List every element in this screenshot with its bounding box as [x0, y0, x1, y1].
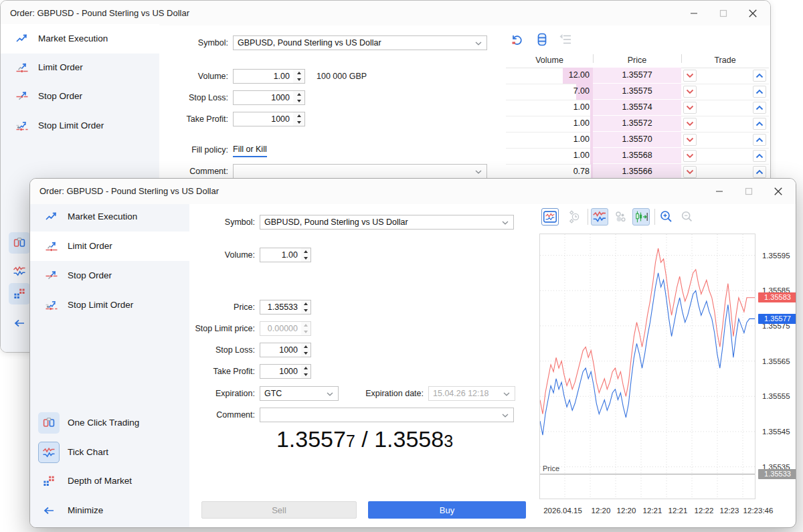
- dom-row: 1.001.35568: [506, 148, 769, 165]
- expiration-label: Expiration:: [155, 386, 255, 401]
- fill-policy-select[interactable]: Fill or Kill: [233, 143, 267, 157]
- volume-input[interactable]: 1.00: [233, 69, 294, 84]
- sidebar-item-minimize[interactable]: Minimize: [30, 496, 189, 525]
- x-axis-tick-label: 12:23:46: [743, 506, 774, 515]
- dom-buy-button[interactable]: [753, 150, 766, 162]
- dom-sell-button[interactable]: [683, 166, 697, 178]
- stop-loss-stepper[interactable]: [293, 90, 305, 105]
- zoom-in-icon[interactable]: [658, 209, 675, 225]
- take-profit-input[interactable]: 1000: [233, 112, 294, 126]
- dom-buy-button[interactable]: [753, 118, 766, 130]
- dom-buy-button[interactable]: [753, 166, 766, 178]
- chevron-down-icon: [475, 41, 482, 46]
- stop-loss-input[interactable]: 1000: [233, 90, 294, 105]
- stop-loss-stepper[interactable]: [301, 343, 311, 357]
- chevron-up-icon: [755, 137, 764, 143]
- tick-chart-icon[interactable]: [9, 260, 30, 282]
- sidebar-item-market-execution[interactable]: Market Execution: [1, 24, 159, 54]
- dom-sell-button[interactable]: [683, 70, 697, 82]
- sidebar-item-stop-limit-order[interactable]: Stop Limit Order: [1, 111, 159, 141]
- history-list-icon[interactable]: [557, 31, 573, 48]
- stop-limit-order-icon: [45, 298, 58, 312]
- sidebar-item-label: Market Execution: [68, 202, 137, 232]
- symbol-value: GBPUSD, Pound Sterling vs US Dollar: [238, 38, 381, 48]
- dom-sell-button[interactable]: [683, 150, 697, 162]
- volume-label: Volume:: [151, 69, 228, 84]
- dom-volume-cell: 1.00: [506, 100, 590, 115]
- volume-stepper[interactable]: [301, 248, 311, 262]
- dom-sell-button[interactable]: [683, 102, 697, 114]
- dom-table-header: Volume Price Trade: [506, 54, 769, 68]
- buy-button[interactable]: Buy: [368, 501, 526, 519]
- dom-buy-button[interactable]: [753, 102, 766, 114]
- volume-input[interactable]: 1.00: [260, 248, 302, 262]
- sidebar-item-label: Stop Limit Order: [38, 111, 104, 141]
- y-axis-tick-label: 1.35545: [762, 427, 796, 436]
- dom-price-cell: 1.35572: [593, 116, 681, 131]
- sidebar-item-depth-of-market[interactable]: Depth of Market: [30, 466, 189, 496]
- dom-row: 1.001.35572: [506, 116, 769, 132]
- titlebar[interactable]: Order: GBPUSD - Pound Sterling vs US Dol…: [1, 1, 770, 25]
- symbol-select[interactable]: GBPUSD, Pound Sterling vs US Dollar: [233, 35, 487, 50]
- bid-price: 1.3557: [276, 426, 346, 452]
- stop-limit-price-stepper: [301, 321, 311, 336]
- depth-of-market-icon[interactable]: [9, 283, 30, 304]
- chevron-down-icon: [686, 105, 694, 110]
- chart-window-icon[interactable]: [541, 208, 559, 226]
- market-execution-icon: [45, 210, 58, 224]
- one-click-trading-icon[interactable]: [9, 232, 30, 254]
- maximize-button[interactable]: [734, 179, 764, 204]
- close-button[interactable]: [738, 1, 768, 25]
- dom-sell-button[interactable]: [683, 118, 697, 130]
- auto-trading-icon[interactable]: [509, 31, 525, 48]
- chevron-up-icon: [755, 169, 764, 175]
- y-axis-tick-label: 1.35565: [762, 357, 796, 366]
- market-depth-circles-icon[interactable]: [613, 209, 628, 224]
- take-profit-stepper[interactable]: [301, 364, 311, 379]
- price-input[interactable]: 1.35533: [260, 300, 302, 315]
- sidebar-item-stop-order[interactable]: Stop Order: [30, 261, 189, 290]
- sidebar-item-stop-order[interactable]: Stop Order: [1, 82, 159, 111]
- bid-price-badge: 1.35577: [758, 314, 796, 324]
- window-close-icon: [748, 9, 757, 18]
- titlebar[interactable]: Order: GBPUSD - Pound Sterling vs US Dol…: [30, 179, 796, 204]
- take-profit-label: Take Profit:: [155, 364, 255, 379]
- comment-input[interactable]: [260, 408, 514, 422]
- minimize-button[interactable]: [705, 179, 734, 204]
- zoom-out-icon[interactable]: [680, 209, 695, 224]
- tick-chart-plot[interactable]: Price: [539, 234, 755, 499]
- sidebar-item-limit-order[interactable]: Limit Order: [1, 53, 159, 82]
- symbol-select[interactable]: GBPUSD, Pound Sterling vs US Dollar: [260, 215, 514, 230]
- dom-buy-button[interactable]: [753, 86, 766, 98]
- comment-input[interactable]: [233, 164, 487, 179]
- x-axis-tick-label: 12:22: [695, 506, 714, 515]
- chevron-down-icon: [502, 221, 509, 225]
- take-profit-input[interactable]: 1000: [260, 364, 302, 379]
- dom-buy-button[interactable]: [753, 134, 766, 146]
- price-stepper[interactable]: [301, 300, 311, 315]
- orders-cylinder-icon[interactable]: [534, 31, 550, 48]
- volume-stepper[interactable]: [293, 69, 305, 84]
- chevron-up-icon: [755, 121, 764, 126]
- tick-chart-toggle-icon[interactable]: [591, 208, 608, 226]
- sidebar-item-tick-chart[interactable]: Tick Chart: [30, 438, 189, 467]
- dom-sell-button[interactable]: [683, 134, 697, 146]
- sell-button[interactable]: Sell: [201, 501, 357, 519]
- window-maximize-icon: [745, 187, 753, 195]
- dom-row: 1.001.35574: [506, 100, 769, 116]
- minimize-button[interactable]: [679, 1, 709, 25]
- sidebar-item-label: Depth of Market: [68, 466, 132, 496]
- stop-loss-input[interactable]: 1000: [260, 343, 302, 357]
- take-profit-stepper[interactable]: [293, 112, 305, 126]
- minimize-arrow-icon[interactable]: [9, 313, 30, 334]
- maximize-button[interactable]: [709, 1, 738, 25]
- dom-price-cell: 1.35568: [593, 148, 681, 163]
- order-price-line: [540, 474, 755, 474]
- chevron-up-icon: [755, 153, 764, 159]
- candles-mode-icon[interactable]: [632, 208, 650, 226]
- timer-settings-icon[interactable]: [565, 209, 580, 224]
- close-button[interactable]: [764, 179, 793, 204]
- dom-sell-button[interactable]: [683, 86, 697, 98]
- one-click-trading-icon: [38, 412, 60, 434]
- dom-buy-button[interactable]: [753, 70, 766, 82]
